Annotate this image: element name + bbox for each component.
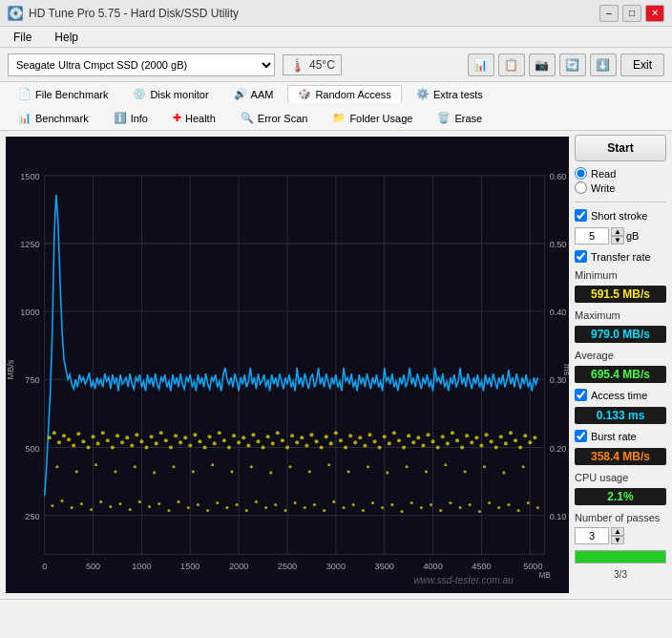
svg-point-96 (290, 434, 294, 437)
burst-rate-checkbox[interactable]: Burst rate (575, 430, 666, 442)
svg-point-145 (528, 440, 532, 444)
menu-file[interactable]: File (8, 29, 37, 46)
write-radio-input[interactable] (575, 181, 587, 194)
menu-bar: File Help (0, 27, 672, 48)
tab-benchmark[interactable]: 📊 Benchmark (8, 109, 99, 127)
start-button[interactable]: Start (575, 135, 666, 161)
tab-disk-monitor[interactable]: 💿 Disk monitor (122, 85, 219, 103)
read-radio-input[interactable] (575, 167, 587, 180)
svg-text:www.ssd-tester.com.au: www.ssd-tester.com.au (413, 575, 514, 585)
passes-input[interactable] (575, 527, 609, 544)
passes-down[interactable]: ▼ (611, 536, 624, 544)
short-stroke-check-input[interactable] (575, 209, 587, 222)
tab-health[interactable]: ✚ Health (162, 109, 226, 127)
short-stroke-up[interactable]: ▲ (611, 227, 624, 236)
svg-point-99 (304, 443, 308, 447)
minimize-button[interactable]: – (599, 5, 619, 22)
toolbar-icon-5[interactable]: ⬇️ (590, 53, 617, 76)
svg-point-162 (197, 503, 200, 506)
svg-point-94 (281, 438, 284, 442)
svg-point-118 (397, 438, 401, 442)
title-bar: 💽 HD Tune Pro 5.75 - Hard Disk/SSD Utili… (0, 0, 672, 27)
svg-point-138 (494, 445, 498, 449)
svg-point-222 (522, 465, 525, 468)
svg-point-208 (250, 465, 253, 468)
svg-point-117 (392, 431, 396, 435)
svg-point-58 (106, 438, 110, 442)
write-radio[interactable]: Write (575, 181, 666, 194)
svg-point-172 (294, 501, 297, 504)
svg-text:0.20: 0.20 (550, 444, 567, 454)
svg-point-204 (172, 465, 175, 468)
toolbar-icon-3[interactable]: 📷 (529, 53, 556, 76)
toolbar: Seagate Ultra Cmpct SSD (2000 gB) 🌡️ 45°… (0, 48, 672, 82)
tab-extra-tests[interactable]: ⚙️ Extra tests (406, 85, 494, 103)
svg-text:500: 500 (86, 562, 100, 571)
svg-point-132 (465, 434, 469, 437)
tab-random-access[interactable]: 🎲 Random Access (287, 85, 401, 103)
status-bar (0, 599, 672, 620)
svg-point-85 (237, 440, 241, 444)
minimum-label: Minimum (575, 269, 666, 281)
svg-point-128 (446, 441, 450, 445)
svg-point-165 (225, 506, 228, 509)
transfer-rate-check-input[interactable] (575, 250, 587, 263)
svg-point-73 (178, 440, 182, 444)
svg-point-155 (129, 508, 132, 511)
svg-point-193 (497, 506, 500, 509)
svg-point-60 (116, 434, 119, 437)
passes-progress-bar-fill (576, 551, 665, 563)
transfer-rate-checkbox[interactable]: Transfer rate (575, 250, 666, 263)
device-select[interactable]: Seagate Ultra Cmpct SSD (2000 gB) (8, 53, 275, 76)
toolbar-icon-2[interactable]: 📋 (498, 53, 525, 76)
maximize-button[interactable]: □ (622, 5, 641, 22)
svg-point-112 (368, 433, 371, 436)
folder-usage-icon: 📁 (332, 112, 346, 124)
passes-up[interactable]: ▲ (611, 527, 624, 536)
exit-button[interactable]: Exit (620, 53, 664, 76)
right-panel: Start Read Write Short stroke ▲ ▼ gB (569, 131, 672, 599)
access-time-checkbox[interactable]: Access time (575, 389, 666, 401)
tab-erase[interactable]: 🗑️ Erase (427, 109, 493, 127)
tab-file-benchmark[interactable]: 📄 File Benchmark (8, 85, 118, 103)
close-button[interactable]: ✕ (645, 5, 664, 22)
svg-point-167 (245, 509, 248, 512)
svg-text:4500: 4500 (472, 562, 491, 571)
svg-point-212 (327, 463, 330, 466)
svg-point-190 (469, 503, 472, 506)
svg-point-67 (150, 435, 154, 438)
svg-point-109 (353, 440, 357, 444)
svg-point-159 (167, 509, 170, 512)
passes-label: Number of passes (575, 512, 666, 523)
tab-row-2: 📊 Benchmark ℹ️ Info ✚ Health 🔍 Error Sca… (0, 106, 672, 130)
tab-error-scan[interactable]: 🔍 Error Scan (230, 109, 319, 127)
tab-info[interactable]: ℹ️ Info (103, 109, 158, 127)
minimum-value: 591.5 MB/s (575, 286, 666, 303)
svg-point-147 (51, 504, 53, 507)
menu-help[interactable]: Help (49, 29, 84, 46)
svg-point-115 (383, 435, 387, 438)
svg-point-136 (485, 433, 489, 436)
svg-point-199 (75, 470, 78, 473)
svg-point-201 (114, 470, 116, 473)
svg-point-189 (459, 506, 462, 509)
tab-folder-usage[interactable]: 📁 Folder Usage (322, 109, 423, 127)
burst-rate-check-input[interactable] (575, 430, 587, 442)
svg-point-87 (246, 443, 250, 447)
short-stroke-input[interactable] (575, 227, 609, 245)
tab-aam[interactable]: 🔊 AAM (223, 85, 284, 103)
svg-point-217 (425, 470, 428, 473)
read-radio[interactable]: Read (575, 167, 666, 180)
toolbar-icon-1[interactable]: 📊 (468, 53, 494, 76)
toolbar-icon-4[interactable]: 🔄 (559, 53, 586, 76)
short-stroke-checkbox[interactable]: Short stroke (575, 209, 666, 222)
svg-point-179 (362, 509, 365, 512)
svg-point-129 (451, 431, 454, 435)
short-stroke-down[interactable]: ▼ (611, 236, 624, 245)
svg-point-74 (183, 436, 187, 439)
maximum-value: 979.0 MB/s (575, 326, 666, 343)
svg-point-158 (158, 502, 160, 505)
svg-point-50 (67, 437, 71, 441)
access-time-check-input[interactable] (575, 389, 587, 401)
svg-text:2500: 2500 (278, 562, 297, 571)
